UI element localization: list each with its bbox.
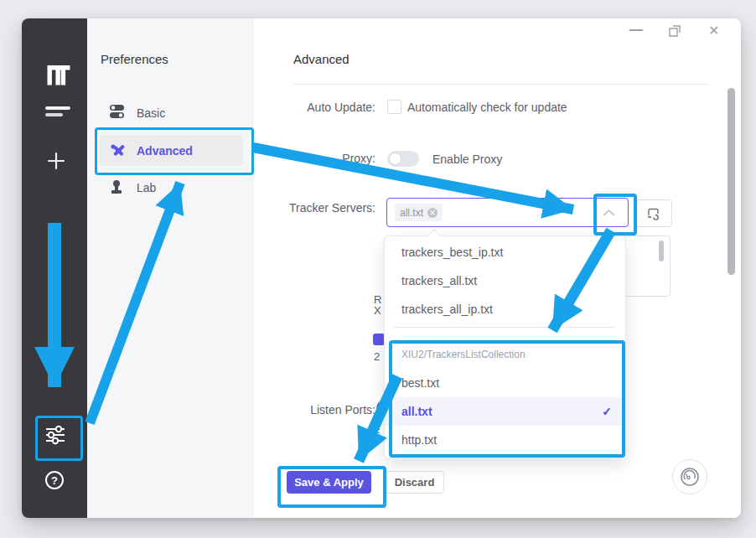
sidebar-item-basic[interactable]: Basic [137,106,165,120]
proxy-toggle-knob [389,153,401,165]
help-icon[interactable]: ? [45,471,64,489]
help-glyph: ? [51,474,58,487]
preferences-panel [87,18,254,518]
screenshot-stage: ✕ ? Preferences Basic Advanced Lab [0,0,756,538]
textarea-scrollbar-thumb[interactable] [659,241,664,261]
close-icon[interactable]: ✕ [708,23,719,39]
speedometer-icon [680,467,700,487]
tracker-servers-label: Tracker Servers: [251,201,375,215]
basic-toggles-icon [109,102,125,121]
page-title: Advanced [293,52,350,66]
proxy-toggle-label: Enable Proxy [432,153,502,166]
dropdown-item[interactable]: trackers_all.txt [385,266,625,295]
selected-tracker-tag: all.txt ✕ [395,204,443,221]
task-list-icon-line2 [45,113,63,116]
tag-remove-icon[interactable]: ✕ [427,208,438,218]
auto-update-checkbox[interactable] [387,100,401,114]
selected-tracker-tag-text: all.txt [400,207,423,219]
minimize-icon[interactable] [629,29,643,31]
occluded-text-fragment: 2 [374,350,380,363]
annotation-box-save-apply [277,466,386,508]
lab-icon [110,179,123,195]
page-scrollbar-thumb[interactable] [728,88,735,275]
preferences-title: Preferences [101,52,168,66]
sync-icon [646,207,660,220]
title-divider [293,84,708,85]
annotation-box-collapse-arrow [593,194,637,235]
dropdown-divider [393,327,615,328]
task-list-icon[interactable] [45,106,70,110]
annotation-box-xiu2-group [389,340,625,458]
dropdown-item[interactable]: trackers_all_ip.txt [385,295,625,323]
annotation-box-advanced [95,127,254,175]
occluded-checkbox-fragment [373,334,385,345]
listen-ports-label: Listen Ports: [251,403,375,416]
proxy-label: Proxy: [251,152,375,165]
discard-button[interactable]: Discard [385,471,444,494]
auto-update-checkbox-label[interactable]: Automatically check for update [407,101,567,114]
auto-update-label: Auto Update: [251,101,375,114]
dropdown-item[interactable]: trackers_best_ip.txt [385,238,625,266]
motrix-logo [44,65,74,87]
sidebar-item-lab[interactable]: Lab [137,181,156,194]
maximize-restore-icon[interactable] [668,23,682,38]
sync-tracker-list-button[interactable] [634,199,672,227]
speed-limit-button[interactable] [672,459,707,494]
tracker-servers-select[interactable]: all.txt ✕ [386,198,629,227]
annotation-box-preferences-icon [35,416,83,461]
proxy-toggle[interactable] [387,151,419,167]
add-task-icon[interactable] [46,151,66,171]
occluded-text-fragment: X [374,304,381,317]
occluded-text-fragment: E [373,427,381,439]
